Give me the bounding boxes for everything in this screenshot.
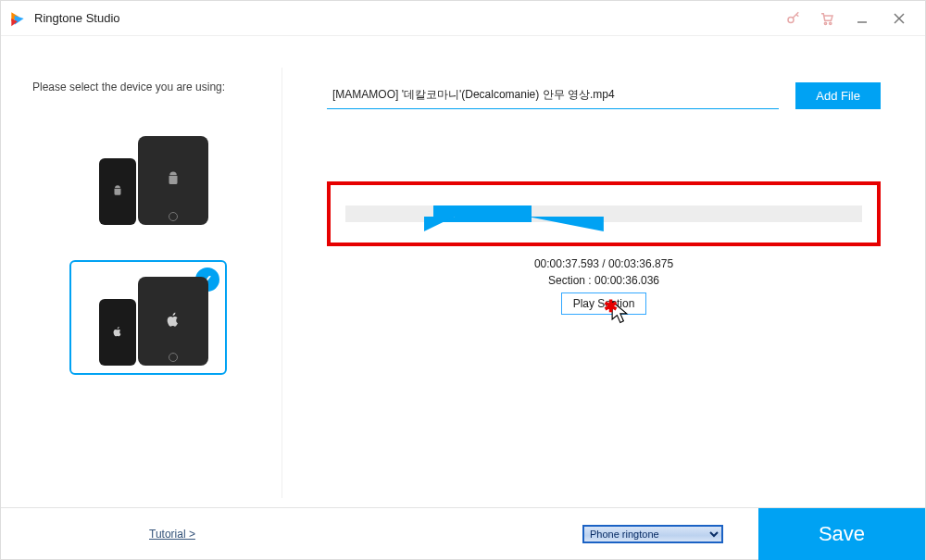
save-button[interactable]: Save xyxy=(758,508,925,560)
device-prompt: Please select the device you are using: xyxy=(32,81,267,93)
key-icon[interactable] xyxy=(777,4,810,33)
minimize-button[interactable] xyxy=(844,4,881,33)
svg-point-1 xyxy=(824,22,826,24)
bottom-bar: Tutorial > Phone ringtone Save xyxy=(1,507,925,559)
time-readout: 00:00:37.593 / 00:03:36.875 Section : 00… xyxy=(327,255,881,289)
section-handle-left[interactable] xyxy=(424,217,455,231)
tutorial-link[interactable]: Tutorial > xyxy=(149,528,195,541)
device-card-apple[interactable]: ✓ xyxy=(69,260,227,375)
file-name-field[interactable]: [MAMAMOO] '데칼코마니'(Decalcomanie) 안무 영상.mp… xyxy=(327,83,779,109)
section-handle-right[interactable] xyxy=(528,217,604,231)
timeline-track[interactable] xyxy=(345,205,862,222)
android-icon xyxy=(111,182,124,202)
apple-icon xyxy=(164,310,182,333)
cart-icon[interactable] xyxy=(810,4,844,33)
play-section-button[interactable]: Play Section xyxy=(561,292,647,315)
editor-highlight-box xyxy=(327,181,881,246)
app-logo-icon xyxy=(8,9,27,28)
device-grid: ✓ ✓ xyxy=(29,119,267,375)
time-section: Section : 00:00:36.036 xyxy=(327,272,881,289)
time-current-total: 00:00:37.593 / 00:03:36.875 xyxy=(327,255,881,272)
editor: 00:00:37.593 / 00:03:36.875 Section : 00… xyxy=(327,181,881,315)
editor-panel: [MAMAMOO] '데칼코마니'(Decalcomanie) 안무 영상.mp… xyxy=(282,68,912,498)
app-window: Ringtone Studio Please select the device… xyxy=(0,0,926,560)
svg-point-0 xyxy=(788,17,794,22)
titlebar: Ringtone Studio xyxy=(1,1,925,36)
close-button[interactable] xyxy=(881,4,918,33)
content: Please select the device you are using: … xyxy=(1,36,925,507)
file-row: [MAMAMOO] '데칼코마니'(Decalcomanie) 안무 영상.mp… xyxy=(327,82,881,109)
svg-point-2 xyxy=(830,22,832,24)
window-title: Ringtone Studio xyxy=(34,11,120,25)
ringtone-type-select[interactable]: Phone ringtone xyxy=(582,525,723,543)
device-card-android[interactable]: ✓ xyxy=(69,119,227,234)
add-file-button[interactable]: Add File xyxy=(795,82,881,109)
apple-icon xyxy=(111,323,124,342)
device-panel: Please select the device you are using: … xyxy=(14,68,282,498)
android-icon xyxy=(165,170,181,192)
